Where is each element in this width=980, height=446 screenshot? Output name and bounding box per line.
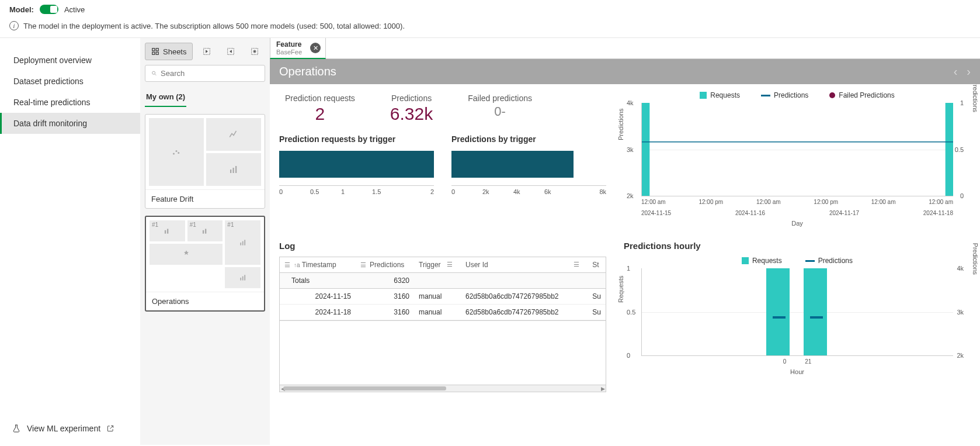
view-ml-experiment-label: View ML experiment: [27, 424, 100, 433]
thumb-line-icon: [206, 118, 261, 151]
view-ml-experiment-link[interactable]: View ML experiment: [12, 424, 114, 433]
chart-predictions-hourly[interactable]: Predictions hourly Requests Predictions …: [624, 241, 971, 392]
svg-rect-25: [642, 103, 649, 196]
prev-sheet-button[interactable]: ‹: [954, 65, 958, 78]
search-icon: [151, 70, 157, 77]
kpi-pr-value: 2: [285, 104, 355, 124]
page-title: Operations: [279, 65, 336, 78]
horizontal-scrollbar[interactable]: ◀ ▶: [279, 385, 606, 392]
svg-rect-18: [205, 229, 206, 234]
svg-point-8: [152, 71, 155, 74]
svg-rect-3: [156, 52, 158, 54]
clear-selection-icon: [250, 47, 259, 56]
sheet-card-label: Operations: [146, 292, 264, 310]
flask-icon: [12, 424, 21, 433]
svg-rect-24: [244, 275, 245, 280]
nav-dataset-predictions[interactable]: Dataset predictions: [0, 71, 140, 92]
model-active-toggle[interactable]: [40, 5, 58, 14]
nav-deployment-overview[interactable]: Deployment overview: [0, 50, 140, 71]
table-row[interactable]: 2024-11-153160manual62d58b0a6cdb74726798…: [280, 289, 606, 305]
kpi-p-label: Predictions: [390, 94, 433, 103]
svg-rect-17: [203, 230, 204, 234]
myown-tab[interactable]: My own (2): [145, 88, 186, 107]
selection-forward-icon: [226, 47, 235, 56]
svg-rect-19: [240, 243, 241, 246]
nav-data-drift-monitoring[interactable]: Data drift monitoring: [0, 113, 140, 134]
svg-rect-12: [230, 170, 231, 173]
external-link-icon: [106, 424, 114, 433]
grid-icon: [151, 47, 159, 56]
log-title: Log: [279, 241, 606, 251]
menu-icon[interactable]: ☰: [447, 261, 453, 268]
svg-rect-2: [152, 52, 155, 54]
sheet-card-feature-drift[interactable]: Feature Drift: [145, 114, 265, 209]
menu-icon[interactable]: ☰: [360, 261, 366, 269]
svg-rect-22: [240, 278, 241, 281]
close-icon[interactable]: ✕: [310, 43, 321, 53]
feature-filter-tab[interactable]: Feature BaseFee ✕: [270, 38, 326, 59]
info-icon: i: [9, 21, 19, 30]
selection-back-button[interactable]: [196, 43, 217, 60]
svg-rect-21: [244, 240, 245, 245]
kpi-f-label: Failed predictions: [468, 94, 532, 103]
svg-rect-1: [156, 49, 158, 51]
selection-back-icon: [202, 47, 211, 56]
menu-icon[interactable]: ☰: [574, 261, 579, 268]
table-row-totals: Totals6320: [280, 273, 606, 289]
model-status: Active: [64, 5, 85, 14]
svg-rect-20: [242, 241, 243, 246]
svg-rect-14: [235, 166, 237, 173]
chart-predictions-by-trigger[interactable]: Predictions by trigger 0 2k 4k 6k 8k: [451, 134, 606, 195]
svg-point-10: [176, 150, 178, 152]
swatch-predictions: [761, 95, 770, 96]
svg-point-11: [178, 152, 179, 154]
thumb-bar-icon: [206, 153, 261, 186]
sheet-search-input[interactable]: [145, 65, 265, 82]
sheet-card-label: Feature Drift: [145, 189, 265, 208]
next-sheet-button[interactable]: ›: [967, 65, 971, 78]
thumb-scatter-icon: [149, 118, 204, 186]
chart-prediction-requests-by-trigger[interactable]: Prediction requests by trigger 0 0.5 1 1…: [279, 134, 434, 195]
clear-selection-button[interactable]: [245, 43, 265, 60]
svg-rect-26: [946, 103, 953, 196]
svg-rect-13: [233, 168, 234, 173]
nav-realtime-predictions[interactable]: Real-time predictions: [0, 92, 140, 113]
svg-rect-0: [152, 49, 155, 51]
table-row[interactable]: 2024-11-183160manual62d58b0a6cdb74726798…: [280, 305, 606, 320]
kpi-p-value: 6.32k: [390, 104, 433, 124]
swatch-failed: [829, 92, 835, 98]
menu-icon[interactable]: ☰: [284, 261, 290, 269]
swatch-requests: [700, 92, 707, 99]
chart-timeseries[interactable]: Requests Predictions Failed Predictions …: [624, 91, 971, 227]
model-info-text: The model in the deployment is active. T…: [23, 22, 405, 30]
scrollbar-thumb[interactable]: [283, 386, 446, 390]
kpi-f-value: 0-: [468, 104, 532, 119]
log-table[interactable]: ☰↑a Timestamp ☰Predictions Trigger ☰ Use…: [279, 257, 606, 321]
kpi-pr-label: Prediction requests: [285, 94, 355, 103]
svg-rect-15: [165, 230, 166, 234]
svg-point-9: [173, 153, 175, 155]
sheet-card-operations[interactable]: #1 #1 #1 Operations: [145, 216, 265, 312]
model-label: Model:: [9, 5, 34, 14]
svg-rect-23: [242, 276, 243, 281]
sheets-button[interactable]: Sheets: [145, 43, 193, 60]
svg-rect-16: [167, 229, 168, 234]
selection-forward-button[interactable]: [221, 43, 241, 60]
scroll-right-icon[interactable]: ▶: [600, 386, 606, 392]
